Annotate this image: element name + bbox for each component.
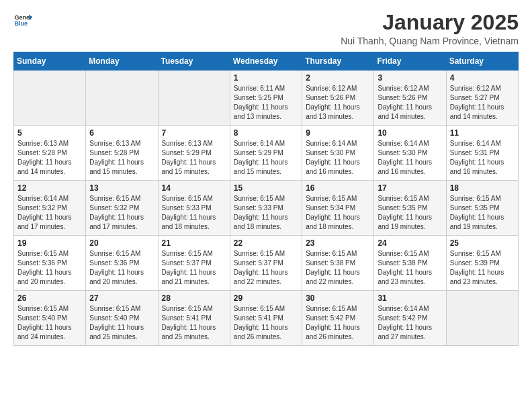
day-info: Sunrise: 6:15 AM Sunset: 5:36 PM Dayligh… (89, 249, 154, 287)
day-info: Sunrise: 6:12 AM Sunset: 5:26 PM Dayligh… (306, 84, 370, 122)
day-info: Sunrise: 6:15 AM Sunset: 5:33 PM Dayligh… (234, 194, 298, 232)
day-info: Sunrise: 6:15 AM Sunset: 5:41 PM Dayligh… (162, 304, 226, 342)
day-info: Sunrise: 6:14 AM Sunset: 5:32 PM Dayligh… (17, 194, 82, 232)
day-info: Sunrise: 6:15 AM Sunset: 5:34 PM Dayligh… (306, 194, 370, 232)
day-number: 28 (162, 293, 226, 303)
day-info: Sunrise: 6:15 AM Sunset: 5:37 PM Dayligh… (162, 249, 226, 287)
day-number: 4 (450, 73, 515, 83)
calendar-cell: 11Sunrise: 6:14 AM Sunset: 5:31 PM Dayli… (446, 126, 518, 181)
calendar-cell: 23Sunrise: 6:15 AM Sunset: 5:38 PM Dayli… (302, 236, 374, 291)
day-info: Sunrise: 6:15 AM Sunset: 5:39 PM Dayligh… (450, 249, 515, 287)
day-number: 20 (89, 238, 154, 248)
page-header: General Blue January 2025 Nui Thanh, Qua… (13, 11, 519, 46)
day-number: 11 (450, 128, 515, 138)
weekday-header-friday: Friday (374, 52, 446, 71)
day-info: Sunrise: 6:15 AM Sunset: 5:35 PM Dayligh… (378, 194, 442, 232)
calendar-cell (446, 291, 518, 346)
day-number: 17 (378, 183, 442, 193)
calendar-week-row: 1Sunrise: 6:11 AM Sunset: 5:25 PM Daylig… (14, 71, 519, 126)
day-number: 29 (234, 293, 298, 303)
day-number: 3 (378, 73, 442, 83)
calendar-cell: 5Sunrise: 6:13 AM Sunset: 5:28 PM Daylig… (14, 126, 86, 181)
calendar-cell: 14Sunrise: 6:15 AM Sunset: 5:33 PM Dayli… (158, 181, 230, 236)
day-info: Sunrise: 6:14 AM Sunset: 5:30 PM Dayligh… (378, 139, 442, 177)
day-info: Sunrise: 6:15 AM Sunset: 5:38 PM Dayligh… (306, 249, 370, 287)
day-info: Sunrise: 6:15 AM Sunset: 5:40 PM Dayligh… (89, 304, 154, 342)
calendar-cell: 12Sunrise: 6:14 AM Sunset: 5:32 PM Dayli… (14, 181, 86, 236)
day-number: 23 (306, 238, 370, 248)
calendar-cell: 30Sunrise: 6:15 AM Sunset: 5:42 PM Dayli… (302, 291, 374, 346)
calendar-cell: 7Sunrise: 6:13 AM Sunset: 5:29 PM Daylig… (158, 126, 230, 181)
calendar-week-row: 12Sunrise: 6:14 AM Sunset: 5:32 PM Dayli… (14, 181, 519, 236)
day-info: Sunrise: 6:15 AM Sunset: 5:40 PM Dayligh… (17, 304, 82, 342)
day-number: 25 (450, 238, 515, 248)
calendar-cell: 31Sunrise: 6:14 AM Sunset: 5:42 PM Dayli… (374, 291, 446, 346)
day-number: 13 (89, 183, 154, 193)
calendar-cell: 8Sunrise: 6:14 AM Sunset: 5:29 PM Daylig… (230, 126, 302, 181)
day-info: Sunrise: 6:13 AM Sunset: 5:29 PM Dayligh… (162, 139, 226, 177)
calendar-cell (158, 71, 230, 126)
day-number: 18 (450, 183, 515, 193)
day-info: Sunrise: 6:14 AM Sunset: 5:42 PM Dayligh… (378, 304, 442, 342)
day-info: Sunrise: 6:12 AM Sunset: 5:26 PM Dayligh… (378, 84, 442, 122)
day-info: Sunrise: 6:15 AM Sunset: 5:32 PM Dayligh… (89, 194, 154, 232)
day-info: Sunrise: 6:15 AM Sunset: 5:38 PM Dayligh… (378, 249, 442, 287)
calendar-cell: 28Sunrise: 6:15 AM Sunset: 5:41 PM Dayli… (158, 291, 230, 346)
day-number: 9 (306, 128, 370, 138)
calendar-cell: 13Sunrise: 6:15 AM Sunset: 5:32 PM Dayli… (86, 181, 158, 236)
day-number: 21 (162, 238, 226, 248)
day-info: Sunrise: 6:14 AM Sunset: 5:31 PM Dayligh… (450, 139, 515, 177)
calendar-cell: 22Sunrise: 6:15 AM Sunset: 5:37 PM Dayli… (230, 236, 302, 291)
calendar-cell: 3Sunrise: 6:12 AM Sunset: 5:26 PM Daylig… (374, 71, 446, 126)
day-number: 31 (378, 293, 442, 303)
calendar-cell: 6Sunrise: 6:13 AM Sunset: 5:28 PM Daylig… (86, 126, 158, 181)
day-number: 22 (234, 238, 298, 248)
calendar-cell (14, 71, 86, 126)
day-info: Sunrise: 6:15 AM Sunset: 5:33 PM Dayligh… (162, 194, 226, 232)
calendar-cell: 25Sunrise: 6:15 AM Sunset: 5:39 PM Dayli… (446, 236, 518, 291)
calendar-cell: 26Sunrise: 6:15 AM Sunset: 5:40 PM Dayli… (14, 291, 86, 346)
weekday-header-monday: Monday (86, 52, 158, 71)
calendar-week-row: 5Sunrise: 6:13 AM Sunset: 5:28 PM Daylig… (14, 126, 519, 181)
day-number: 16 (306, 183, 370, 193)
day-info: Sunrise: 6:15 AM Sunset: 5:42 PM Dayligh… (306, 304, 370, 342)
day-info: Sunrise: 6:15 AM Sunset: 5:41 PM Dayligh… (234, 304, 298, 342)
calendar-cell: 27Sunrise: 6:15 AM Sunset: 5:40 PM Dayli… (86, 291, 158, 346)
weekday-header-row: SundayMondayTuesdayWednesdayThursdayFrid… (14, 52, 519, 71)
day-number: 24 (378, 238, 442, 248)
weekday-header-thursday: Thursday (302, 52, 374, 71)
calendar-week-row: 19Sunrise: 6:15 AM Sunset: 5:36 PM Dayli… (14, 236, 519, 291)
calendar-cell: 9Sunrise: 6:14 AM Sunset: 5:30 PM Daylig… (302, 126, 374, 181)
day-number: 5 (17, 128, 82, 138)
day-number: 12 (17, 183, 82, 193)
day-number: 19 (17, 238, 82, 248)
calendar-cell: 19Sunrise: 6:15 AM Sunset: 5:36 PM Dayli… (14, 236, 86, 291)
day-number: 10 (378, 128, 442, 138)
day-number: 8 (234, 128, 298, 138)
calendar-cell: 20Sunrise: 6:15 AM Sunset: 5:36 PM Dayli… (86, 236, 158, 291)
svg-text:Blue: Blue (14, 20, 28, 27)
calendar-cell: 21Sunrise: 6:15 AM Sunset: 5:37 PM Dayli… (158, 236, 230, 291)
calendar-cell (86, 71, 158, 126)
location-subtitle: Nui Thanh, Quang Nam Province, Vietnam (341, 36, 519, 46)
day-info: Sunrise: 6:11 AM Sunset: 5:25 PM Dayligh… (234, 84, 298, 122)
day-number: 2 (306, 73, 370, 83)
title-area: January 2025 Nui Thanh, Quang Nam Provin… (341, 11, 519, 46)
calendar-cell: 1Sunrise: 6:11 AM Sunset: 5:25 PM Daylig… (230, 71, 302, 126)
day-info: Sunrise: 6:13 AM Sunset: 5:28 PM Dayligh… (89, 139, 154, 177)
day-number: 1 (234, 73, 298, 83)
day-number: 30 (306, 293, 370, 303)
calendar-table: SundayMondayTuesdayWednesdayThursdayFrid… (13, 52, 519, 346)
day-info: Sunrise: 6:12 AM Sunset: 5:27 PM Dayligh… (450, 84, 515, 122)
day-number: 27 (89, 293, 154, 303)
day-info: Sunrise: 6:14 AM Sunset: 5:29 PM Dayligh… (234, 139, 298, 177)
weekday-header-sunday: Sunday (14, 52, 86, 71)
calendar-cell: 2Sunrise: 6:12 AM Sunset: 5:26 PM Daylig… (302, 71, 374, 126)
weekday-header-tuesday: Tuesday (158, 52, 230, 71)
calendar-cell: 16Sunrise: 6:15 AM Sunset: 5:34 PM Dayli… (302, 181, 374, 236)
month-title: January 2025 (341, 11, 519, 34)
weekday-header-saturday: Saturday (446, 52, 518, 71)
day-number: 26 (17, 293, 82, 303)
calendar-cell: 24Sunrise: 6:15 AM Sunset: 5:38 PM Dayli… (374, 236, 446, 291)
day-number: 14 (162, 183, 226, 193)
